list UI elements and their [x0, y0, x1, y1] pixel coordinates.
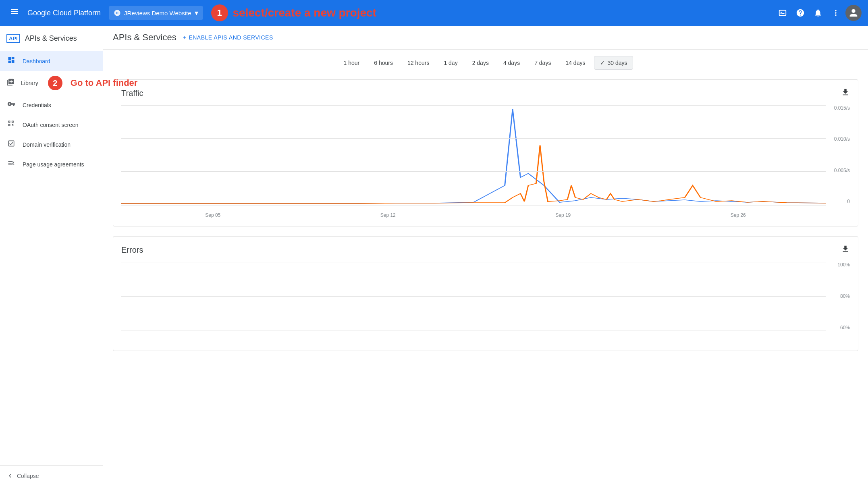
sidebar-label-credentials: Credentials [23, 102, 51, 108]
errors-gridline-top [121, 262, 826, 262]
page-usage-icon [6, 159, 16, 169]
errors-chart-header: Errors [121, 245, 850, 255]
traffic-y-labels: 0.015/s 0.010/s 0.005/s 0 [826, 105, 850, 206]
sidebar-label-dashboard: Dashboard [23, 58, 50, 64]
more-vert-icon[interactable] [828, 5, 844, 21]
sidebar-label-library: Library [21, 80, 38, 86]
traffic-chart-section: Traffic [113, 79, 858, 226]
traffic-chart-title: Traffic [121, 89, 143, 98]
sidebar-item-page-usage[interactable]: Page usage agreements [0, 154, 103, 174]
sidebar: API APIs & Services Dashboard [0, 26, 103, 486]
time-btn-1day[interactable]: 1 day [438, 56, 463, 69]
content-title: APIs & Services [113, 32, 177, 43]
x-label-sep26: Sep 26 [731, 212, 746, 218]
notifications-icon[interactable] [810, 5, 826, 21]
annotation-1: select/create a new project [233, 6, 376, 19]
errors-gridline-1 [121, 279, 826, 279]
sidebar-label-page-usage: Page usage agreements [23, 161, 84, 168]
dashboard-icon [6, 56, 16, 66]
enable-button-label: ENABLE APIS AND SERVICES [189, 34, 273, 41]
enable-apis-button[interactable]: + ENABLE APIS AND SERVICES [183, 34, 273, 41]
y-label-60pct: 60% [840, 325, 850, 330]
help-icon[interactable] [792, 5, 808, 21]
time-range-selector: 1 hour 6 hours 12 hours 1 day 2 days 4 d… [103, 50, 868, 76]
sidebar-item-oauth[interactable]: OAuth consent screen [0, 115, 103, 135]
time-btn-14days[interactable]: 14 days [560, 56, 591, 69]
time-btn-6hours[interactable]: 6 hours [368, 56, 399, 69]
y-label-0: 0 [847, 199, 850, 204]
time-btn-7days[interactable]: 7 days [529, 56, 557, 69]
errors-download-icon[interactable] [841, 245, 850, 255]
topbar-icons [775, 5, 862, 21]
topbar: Google Cloud Platform JReviews Demo Webs… [0, 0, 868, 26]
credentials-icon [6, 100, 16, 110]
content-header: APIs & Services + ENABLE APIS AND SERVIC… [103, 26, 868, 50]
x-label-sep19: Sep 19 [555, 212, 571, 218]
gridline-mid2 [121, 171, 826, 172]
chevron-down-icon: ▾ [195, 8, 198, 17]
sidebar-title: APIs & Services [25, 34, 77, 43]
x-label-sep05: Sep 05 [205, 212, 220, 218]
x-label-sep12: Sep 12 [380, 212, 396, 218]
errors-gridline-2 [121, 296, 826, 297]
sidebar-item-domain[interactable]: Domain verification [0, 135, 103, 154]
time-btn-12hours[interactable]: 12 hours [402, 56, 435, 69]
hamburger-menu[interactable] [6, 4, 23, 22]
collapse-button[interactable]: Collapse [6, 472, 96, 480]
traffic-download-icon[interactable] [841, 88, 850, 99]
y-label-0005: 0.005/s [834, 168, 850, 173]
oauth-icon [6, 120, 16, 130]
y-label-0015: 0.015/s [834, 105, 850, 111]
user-avatar[interactable] [845, 5, 862, 21]
y-label-80pct: 80% [840, 293, 850, 299]
errors-chart-area [121, 262, 826, 330]
traffic-chart: 0.015/s 0.010/s 0.005/s 0 Sep 05 Sep 12 … [121, 105, 850, 218]
main-content: APIs & Services + ENABLE APIS AND SERVIC… [103, 26, 868, 486]
cloud-shell-icon[interactable] [775, 5, 791, 21]
collapse-label: Collapse [17, 473, 39, 479]
gridline-mid1 [121, 138, 826, 139]
traffic-x-labels: Sep 05 Sep 12 Sep 19 Sep 26 [125, 212, 826, 218]
plus-icon: + [183, 34, 187, 41]
step-badge-2: 2 [48, 76, 62, 90]
time-btn-4days[interactable]: 4 days [498, 56, 525, 69]
errors-chart: 100% 80% 60% [121, 262, 850, 343]
sidebar-item-credentials[interactable]: Credentials [0, 95, 103, 115]
sidebar-nav: Dashboard Library 2 Go to API finder [0, 51, 103, 465]
sidebar-item-dashboard[interactable]: Dashboard [0, 51, 103, 71]
main-layout: API APIs & Services Dashboard [0, 26, 868, 486]
gridline-top [121, 105, 826, 106]
traffic-svg [121, 105, 826, 206]
traffic-chart-header: Traffic [121, 88, 850, 99]
annotation-2: Go to API finder [71, 78, 138, 88]
time-btn-1hour[interactable]: 1 hour [338, 56, 365, 69]
domain-icon [6, 139, 16, 150]
step-badge-1: 1 [211, 4, 228, 21]
y-label-0010: 0.010/s [834, 136, 850, 142]
project-selector[interactable]: JReviews Demo Website ▾ [109, 6, 203, 20]
api-logo: API [6, 34, 20, 43]
traffic-chart-area [121, 105, 826, 206]
library-icon [6, 78, 15, 88]
time-btn-30days[interactable]: 30 days [594, 56, 633, 70]
errors-y-labels: 100% 80% 60% [826, 262, 850, 330]
errors-chart-title: Errors [121, 245, 143, 255]
sidebar-item-library[interactable]: Library 2 Go to API finder [0, 71, 103, 95]
sidebar-bottom: Collapse [0, 465, 103, 486]
time-btn-2days[interactable]: 2 days [467, 56, 494, 69]
project-name: JReviews Demo Website [124, 10, 191, 17]
app-name: Google Cloud Platform [27, 9, 101, 17]
errors-chart-section: Errors 100% 80% [113, 236, 858, 351]
sidebar-header: API APIs & Services [0, 26, 103, 51]
sidebar-label-domain: Domain verification [23, 141, 71, 148]
y-label-100pct: 100% [837, 262, 850, 268]
sidebar-label-oauth: OAuth consent screen [23, 122, 79, 128]
